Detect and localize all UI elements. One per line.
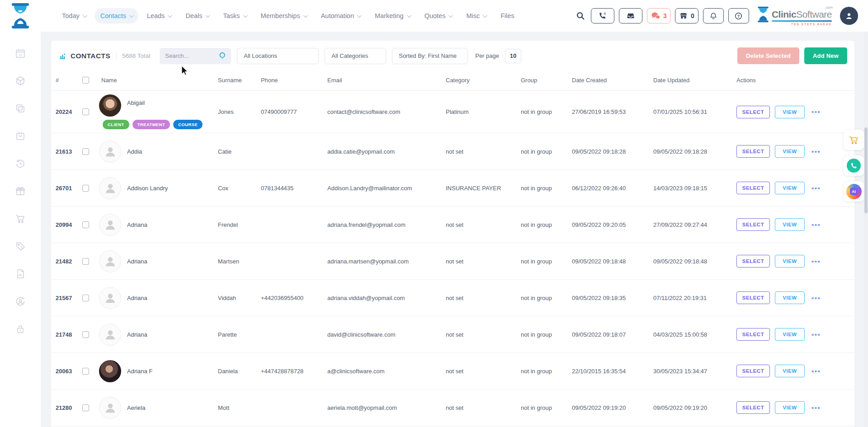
contact-name[interactable]: Adriana bbox=[127, 221, 147, 228]
nav-item-quotes[interactable]: Quotes bbox=[419, 8, 458, 23]
row-checkbox[interactable] bbox=[82, 221, 89, 228]
select-button[interactable]: SELECT bbox=[736, 328, 770, 341]
nav-item-tasks[interactable]: Tasks bbox=[217, 8, 252, 23]
more-actions-button[interactable]: ••• bbox=[810, 404, 822, 412]
contact-name[interactable]: Addison Landry bbox=[127, 185, 168, 192]
floating-whatsapp-button[interactable] bbox=[844, 155, 864, 176]
view-button[interactable]: VIEW bbox=[775, 145, 805, 158]
view-button[interactable]: VIEW bbox=[775, 291, 805, 304]
badge-course[interactable]: COURSE bbox=[173, 120, 203, 129]
copy-icon[interactable] bbox=[15, 103, 26, 114]
nav-item-leads[interactable]: Leads bbox=[141, 8, 177, 23]
row-checkbox[interactable] bbox=[82, 368, 89, 375]
view-button[interactable]: VIEW bbox=[775, 401, 805, 414]
cart-icon[interactable] bbox=[15, 213, 26, 224]
notifications-bell-button[interactable] bbox=[703, 8, 724, 23]
badge-treatment[interactable]: TREATMENT bbox=[132, 120, 170, 129]
account-icon[interactable] bbox=[15, 296, 26, 307]
contact-name[interactable]: Adriana bbox=[127, 295, 147, 301]
search-submit-icon[interactable] bbox=[218, 52, 227, 60]
clinicsoftware-logo-icon[interactable] bbox=[11, 3, 30, 28]
row-checkbox[interactable] bbox=[82, 148, 89, 155]
chat-notifications-button[interactable]: 3 bbox=[647, 8, 670, 23]
select-button[interactable]: SELECT bbox=[736, 182, 770, 194]
nav-item-marketing[interactable]: Marketing bbox=[369, 8, 416, 23]
contact-avatar[interactable] bbox=[99, 94, 121, 117]
history-icon[interactable] bbox=[15, 158, 26, 169]
select-button[interactable]: SELECT bbox=[736, 255, 770, 267]
view-button[interactable]: VIEW bbox=[775, 182, 805, 194]
per-page-input[interactable] bbox=[505, 49, 521, 63]
contact-avatar[interactable] bbox=[99, 287, 121, 309]
row-checkbox[interactable] bbox=[82, 295, 89, 301]
contact-name[interactable]: Adriana F bbox=[127, 368, 152, 375]
floating-ai-button[interactable]: AI bbox=[844, 181, 864, 202]
more-actions-button[interactable]: ••• bbox=[810, 148, 822, 155]
contact-avatar[interactable] bbox=[99, 250, 121, 272]
more-actions-button[interactable]: ••• bbox=[810, 184, 822, 192]
view-button[interactable]: VIEW bbox=[775, 255, 805, 267]
nav-item-contacts[interactable]: Contacts bbox=[94, 8, 138, 23]
more-actions-button[interactable]: ••• bbox=[810, 258, 822, 265]
view-button[interactable]: VIEW bbox=[775, 218, 805, 231]
view-button[interactable]: VIEW bbox=[775, 106, 805, 118]
report-icon[interactable] bbox=[15, 268, 26, 279]
scrollbar-thumb[interactable] bbox=[864, 127, 868, 213]
price-tag-icon[interactable]: $ bbox=[15, 241, 26, 252]
inbox-button[interactable] bbox=[619, 8, 642, 23]
row-checkbox[interactable] bbox=[82, 258, 89, 265]
more-actions-button[interactable]: ••• bbox=[810, 331, 822, 338]
row-checkbox[interactable] bbox=[82, 108, 89, 115]
view-button[interactable]: VIEW bbox=[775, 365, 805, 377]
calendar-icon[interactable]: 12 bbox=[15, 48, 26, 59]
select-button[interactable]: SELECT bbox=[736, 401, 770, 414]
more-actions-button[interactable]: ••• bbox=[810, 367, 822, 375]
more-actions-button[interactable]: ••• bbox=[810, 221, 822, 229]
nav-item-deals[interactable]: Deals bbox=[179, 8, 214, 23]
floating-cart-button[interactable] bbox=[844, 130, 864, 150]
select-button[interactable]: SELECT bbox=[736, 291, 770, 304]
contact-name[interactable]: Abigail bbox=[127, 99, 145, 106]
add-new-button[interactable]: Add New bbox=[804, 47, 847, 64]
search-icon[interactable] bbox=[575, 10, 586, 22]
delete-selected-button[interactable]: Delete Selected bbox=[737, 47, 799, 64]
nav-item-files[interactable]: Files bbox=[495, 8, 520, 23]
store-button[interactable]: 0 bbox=[675, 8, 698, 23]
nav-item-misc[interactable]: Misc bbox=[460, 8, 492, 23]
contact-avatar[interactable] bbox=[99, 324, 121, 346]
contact-avatar[interactable] bbox=[99, 141, 121, 163]
contact-avatar[interactable] bbox=[99, 214, 121, 236]
contact-name[interactable]: Adriana bbox=[127, 258, 147, 265]
help-button[interactable]: ? bbox=[728, 8, 749, 23]
row-checkbox[interactable] bbox=[82, 185, 89, 192]
contact-name[interactable]: Adriana bbox=[127, 331, 147, 338]
row-checkbox[interactable] bbox=[82, 331, 89, 338]
row-checkbox[interactable] bbox=[82, 404, 89, 411]
clinicsoftware-brand-logo[interactable]: .com ClinicSoftware TEN STEPS AHEAD bbox=[757, 6, 832, 26]
view-button[interactable]: VIEW bbox=[775, 328, 805, 341]
nav-item-automation[interactable]: Automation bbox=[315, 8, 366, 23]
contact-name[interactable]: Aeriela bbox=[127, 404, 145, 411]
select-button[interactable]: SELECT bbox=[736, 145, 770, 158]
select-button[interactable]: SELECT bbox=[736, 218, 770, 231]
sort-filter-select[interactable]: Sorted By: First Name bbox=[392, 48, 467, 64]
package-icon[interactable] bbox=[15, 75, 26, 86]
order-bag-icon[interactable] bbox=[15, 131, 26, 141]
categories-filter-select[interactable]: All Categories bbox=[325, 48, 386, 64]
contact-avatar[interactable] bbox=[99, 397, 121, 419]
nav-item-memberships[interactable]: Memberships bbox=[255, 8, 312, 23]
gift-icon[interactable] bbox=[15, 186, 26, 197]
more-actions-button[interactable]: ••• bbox=[810, 294, 822, 302]
select-button[interactable]: SELECT bbox=[736, 106, 770, 118]
badge-client[interactable]: CLIENT bbox=[103, 120, 129, 129]
select-all-checkbox[interactable] bbox=[82, 77, 89, 84]
contact-avatar[interactable] bbox=[99, 177, 121, 199]
contact-avatar[interactable] bbox=[99, 360, 121, 382]
more-actions-button[interactable]: ••• bbox=[810, 108, 822, 116]
nav-item-today[interactable]: Today bbox=[56, 8, 92, 23]
select-button[interactable]: SELECT bbox=[736, 365, 770, 377]
vertical-scrollbar[interactable] bbox=[864, 32, 868, 427]
user-avatar[interactable] bbox=[840, 7, 858, 25]
phone-call-button[interactable] bbox=[591, 8, 614, 23]
contact-name[interactable]: Addia bbox=[127, 148, 142, 155]
